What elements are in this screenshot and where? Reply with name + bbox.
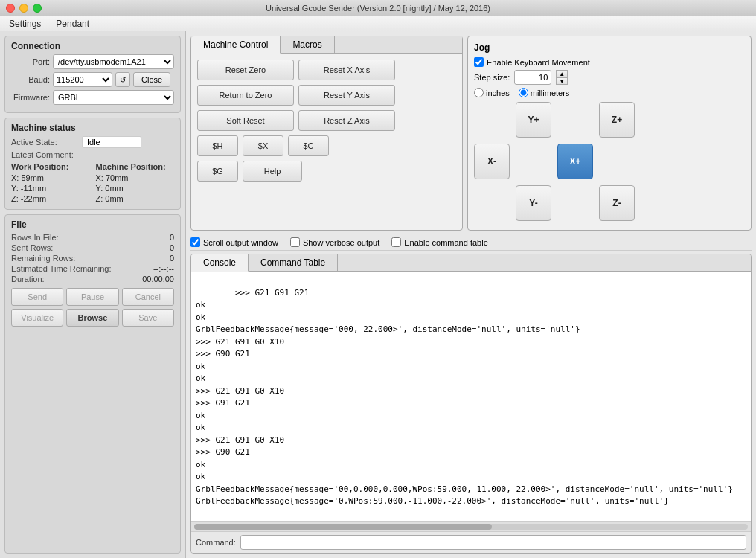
return-to-zero-button[interactable]: Return to Zero xyxy=(197,85,294,106)
console-output: >>> G21 G91 G21 ok ok GrblFeedbackMessag… xyxy=(191,272,751,521)
connection-section: Connection Port: /dev/tty.usbmodem1A21 B… xyxy=(4,36,181,113)
duration-row: Duration: 00:00:00 xyxy=(11,275,174,283)
machine-control-container: Machine Control Macros Reset Zero Reset … xyxy=(190,36,463,231)
send-button[interactable]: Send xyxy=(11,288,63,306)
options-row: Scroll output window Show verbose output… xyxy=(190,234,752,251)
jog-empty-4 xyxy=(599,144,635,179)
scroll-output-checkbox[interactable] xyxy=(190,237,200,247)
menu-settings[interactable]: Settings xyxy=(6,18,44,30)
tab-macros[interactable]: Macros xyxy=(281,36,334,53)
machine-position-header: Machine Position: xyxy=(96,162,175,171)
jog-y-minus-button[interactable]: Y- xyxy=(516,185,551,221)
inches-radio[interactable] xyxy=(474,88,484,97)
jog-x-plus-button[interactable]: X+ xyxy=(557,144,593,179)
estimated-time-value: --:--:-- xyxy=(153,264,174,273)
machine-control-tab-header: Machine Control Macros xyxy=(191,36,462,54)
enable-command-table-checkbox[interactable] xyxy=(391,237,401,247)
reset-z-axis-button[interactable]: Reset Z Axis xyxy=(298,110,395,131)
work-position-header: Work Position: xyxy=(11,162,90,171)
console-scrollbar-x[interactable] xyxy=(191,521,751,531)
reset-y-axis-button[interactable]: Reset Y Axis xyxy=(298,85,395,106)
tab-machine-control[interactable]: Machine Control xyxy=(191,36,281,54)
firmware-select[interactable]: GRBL xyxy=(53,90,174,105)
save-button[interactable]: Save xyxy=(122,309,174,327)
reset-zero-button[interactable]: Reset Zero xyxy=(197,60,294,80)
verbose-output-checkbox[interactable] xyxy=(290,237,300,247)
window-controls[interactable] xyxy=(6,4,42,13)
close-window-button[interactable] xyxy=(6,4,15,13)
machine-status-section: Machine status Active State: Idle Latest… xyxy=(4,118,181,210)
tab-console[interactable]: Console xyxy=(191,254,249,272)
enable-command-table-label[interactable]: Enable command table xyxy=(391,237,488,247)
menu-bar: Settings Pendant xyxy=(0,16,756,31)
jog-title: Jog xyxy=(474,42,745,53)
enable-keyboard-checkbox[interactable] xyxy=(474,57,484,67)
step-spinner: ▲ ▼ xyxy=(556,70,568,85)
cancel-button[interactable]: Cancel xyxy=(122,288,174,306)
machine-status-title: Machine status xyxy=(11,123,174,133)
menu-pendant[interactable]: Pendant xyxy=(53,18,92,30)
sent-rows-row: Sent Rows: 0 xyxy=(11,243,174,252)
command-label: Command: xyxy=(196,538,236,547)
jog-empty-3 xyxy=(516,144,551,179)
baud-select[interactable]: 115200 xyxy=(53,72,112,87)
sc-button[interactable]: $C xyxy=(288,135,329,156)
active-state-value: Idle xyxy=(82,136,141,148)
inches-label[interactable]: inches xyxy=(474,88,510,97)
firmware-label: Firmware: xyxy=(11,93,50,102)
unit-radio-row: inches millimeters xyxy=(474,88,745,97)
visualize-button[interactable]: Visualize xyxy=(11,309,63,327)
close-connection-button[interactable]: Close xyxy=(133,72,170,87)
tab-command-table[interactable]: Command Table xyxy=(249,254,338,271)
sent-rows-value: 0 xyxy=(170,243,174,252)
sx-button[interactable]: $X xyxy=(243,135,284,156)
step-down-button[interactable]: ▼ xyxy=(556,77,568,85)
refresh-button[interactable]: ↺ xyxy=(115,72,130,87)
estimated-time-label: Estimated Time Remaining: xyxy=(11,264,112,273)
port-row: Port: /dev/tty.usbmodem1A21 xyxy=(11,54,174,69)
step-size-input[interactable] xyxy=(514,70,551,85)
sh-button[interactable]: $H xyxy=(197,135,238,156)
scroll-thumb[interactable] xyxy=(194,524,492,530)
rows-in-file-value: 0 xyxy=(170,233,174,242)
mc-row-3: Soft Reset Reset Z Axis xyxy=(197,110,395,131)
position-section: Work Position: X: 59mm Y: -11mm Z: -22mm… xyxy=(11,162,174,205)
mc-row-5: $G Help xyxy=(197,161,395,182)
window-title: Universal Gcode Sender (Version 2.0 [nig… xyxy=(266,4,490,13)
step-up-button[interactable]: ▲ xyxy=(556,70,568,77)
step-size-row: Step size: ▲ ▼ xyxy=(474,70,745,85)
sg-button[interactable]: $G xyxy=(197,161,238,182)
millimeters-label[interactable]: millimeters xyxy=(519,88,570,97)
estimated-time-row: Estimated Time Remaining: --:--:-- xyxy=(11,264,174,273)
file-title: File xyxy=(11,219,174,230)
jog-z-plus-button[interactable]: Z+ xyxy=(599,102,635,138)
jog-y-plus-button[interactable]: Y+ xyxy=(516,102,551,138)
browse-button[interactable]: Browse xyxy=(66,309,118,327)
port-select[interactable]: /dev/tty.usbmodem1A21 xyxy=(53,54,174,69)
verbose-output-label[interactable]: Show verbose output xyxy=(290,237,379,247)
minimize-window-button[interactable] xyxy=(19,4,28,13)
scroll-track[interactable] xyxy=(194,524,748,530)
machine-y: Y: 0mm xyxy=(96,184,175,193)
jog-section: Jog Enable Keyboard Movement Step size: … xyxy=(467,36,752,231)
duration-value: 00:00:00 xyxy=(142,275,174,283)
jog-options: Enable Keyboard Movement Step size: ▲ ▼ xyxy=(474,57,745,97)
enable-keyboard-label[interactable]: Enable Keyboard Movement xyxy=(487,58,590,67)
pause-button[interactable]: Pause xyxy=(66,288,118,306)
command-input[interactable] xyxy=(240,535,746,550)
top-section: Machine Control Macros Reset Zero Reset … xyxy=(190,36,752,231)
jog-x-minus-button[interactable]: X- xyxy=(474,144,510,179)
scroll-output-label[interactable]: Scroll output window xyxy=(190,237,278,247)
reset-x-axis-button[interactable]: Reset X Axis xyxy=(298,60,395,80)
jog-grid: Y+ Z+ X- X+ Y- Z- xyxy=(474,102,745,224)
soft-reset-button[interactable]: Soft Reset xyxy=(197,110,294,131)
baud-row: Baud: 115200 ↺ Close xyxy=(11,72,174,87)
help-button[interactable]: Help xyxy=(243,161,302,182)
baud-label: Baud: xyxy=(11,75,50,84)
rows-in-file-row: Rows In File: 0 xyxy=(11,233,174,242)
millimeters-radio[interactable] xyxy=(519,88,528,97)
main-content: Connection Port: /dev/tty.usbmodem1A21 B… xyxy=(0,31,756,558)
active-state-label: Active State: xyxy=(11,138,82,147)
jog-z-minus-button[interactable]: Z- xyxy=(599,185,635,221)
maximize-window-button[interactable] xyxy=(33,4,42,13)
